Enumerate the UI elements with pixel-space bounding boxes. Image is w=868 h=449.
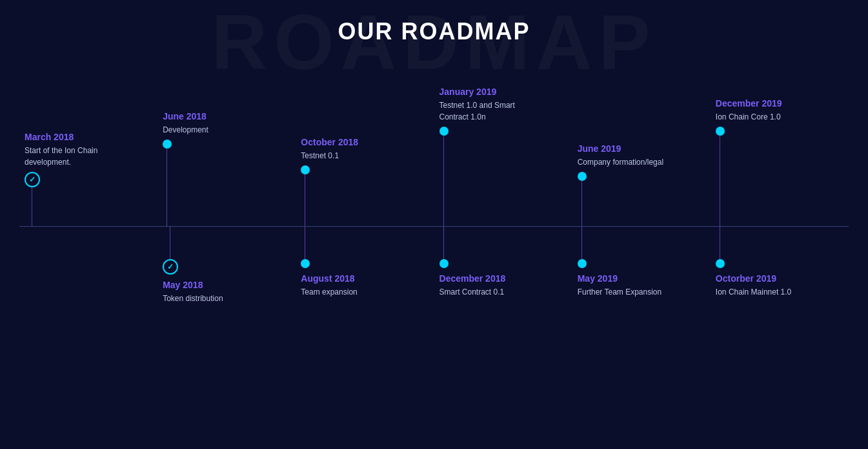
lower-timeline-row: ✓ May 2018 Token distribution August 201… — [19, 227, 849, 353]
vline-december-2019 — [720, 136, 720, 226]
milestone-dot-june-2019 — [578, 172, 587, 181]
vline-october-2018 — [305, 174, 305, 226]
lower-col-december-2018: December 2018 Smart Contract 0.1 — [434, 227, 572, 353]
vline-down-may-2019 — [581, 227, 582, 259]
vline-down-may-2018 — [170, 227, 170, 259]
milestone-dot-march-2018: ✓ — [25, 172, 40, 187]
milestone-date-march-2018: March 2018 — [25, 132, 128, 142]
vline-january-2019 — [443, 136, 444, 226]
header: OUR ROADMAP — [0, 0, 868, 58]
vline-march-2018 — [32, 187, 32, 226]
lower-col-august-2018: August 2018 Team expansion — [296, 227, 434, 353]
milestone-dot-december-2018 — [439, 259, 449, 268]
milestone-dot-may-2019 — [578, 259, 587, 268]
upper-col-october-2018: October 2018 Testnet 0.1 — [296, 58, 434, 226]
milestone-desc-october-2019: Ion Chain Mainnet 1.0 — [716, 286, 791, 298]
milestone-dot-january-2019 — [439, 127, 449, 136]
milestone-desc-may-2018: Token distribution — [163, 293, 223, 304]
vline-down-august-2018 — [305, 227, 305, 259]
upper-col-june-2019: June 2019 Company formation/legal — [572, 58, 711, 226]
milestone-dot-august-2018 — [301, 259, 310, 268]
milestone-desc-august-2018: Team expansion — [301, 286, 357, 298]
milestone-date-january-2019: January 2019 — [439, 87, 543, 97]
upper-col-december-2019: December 2019 Ion Chain Core 1.0 — [711, 58, 849, 226]
upper-col-january-2019: January 2019 Testnet 1.0 and Smart Contr… — [434, 58, 572, 226]
milestone-dot-october-2019 — [716, 259, 725, 268]
page-wrapper: ROADMAP OUR ROADMAP March 2018 Start of … — [0, 0, 868, 449]
milestone-date-may-2018: May 2018 — [163, 280, 223, 290]
milestone-desc-october-2018: Testnet 0.1 — [301, 150, 358, 162]
vline-june-2019 — [581, 181, 582, 226]
milestone-date-october-2018: October 2018 — [301, 137, 358, 147]
milestone-date-august-2018: August 2018 — [301, 273, 357, 284]
milestone-date-june-2018: June 2018 — [163, 111, 208, 121]
milestone-dot-may-2018: ✓ — [163, 259, 178, 275]
milestone-date-june-2019: June 2019 — [578, 143, 663, 154]
upper-col-june-2018: June 2018 Development — [157, 58, 296, 226]
milestone-date-may-2019: May 2019 — [578, 273, 662, 284]
milestone-date-october-2019: Octorber 2019 — [716, 273, 791, 284]
milestone-date-december-2019: December 2019 — [716, 98, 782, 109]
vline-june-2018 — [167, 149, 167, 226]
lower-col-empty-1 — [19, 227, 157, 353]
milestone-dot-december-2019 — [716, 127, 725, 136]
upper-timeline-row: March 2018 Start of the Ion Chain develo… — [19, 58, 849, 226]
milestone-desc-june-2018: Development — [163, 124, 208, 136]
lower-col-october-2019: Octorber 2019 Ion Chain Mainnet 1.0 — [711, 227, 849, 353]
page-title: OUR ROADMAP — [0, 18, 868, 45]
milestone-dot-october-2018 — [301, 165, 310, 174]
milestone-desc-june-2019: Company formation/legal — [578, 156, 663, 168]
upper-col-march-2018: March 2018 Start of the Ion Chain develo… — [19, 58, 157, 226]
milestone-desc-december-2019: Ion Chain Core 1.0 — [716, 111, 782, 123]
milestone-desc-march-2018: Start of the Ion Chain development. — [25, 145, 128, 168]
milestone-desc-december-2018: Smart Contract 0.1 — [439, 286, 506, 298]
milestone-dot-june-2018 — [163, 140, 172, 149]
milestone-date-december-2018: December 2018 — [439, 273, 506, 284]
vline-down-december-2018 — [443, 227, 444, 259]
milestone-desc-may-2019: Further Team Expansion — [578, 286, 662, 298]
lower-col-may-2018: ✓ May 2018 Token distribution — [157, 227, 296, 353]
lower-col-may-2019: May 2019 Further Team Expansion — [572, 227, 711, 353]
vline-down-october-2019 — [720, 227, 720, 259]
milestone-desc-january-2019: Testnet 1.0 and Smart Contract 1.0n — [439, 99, 543, 123]
